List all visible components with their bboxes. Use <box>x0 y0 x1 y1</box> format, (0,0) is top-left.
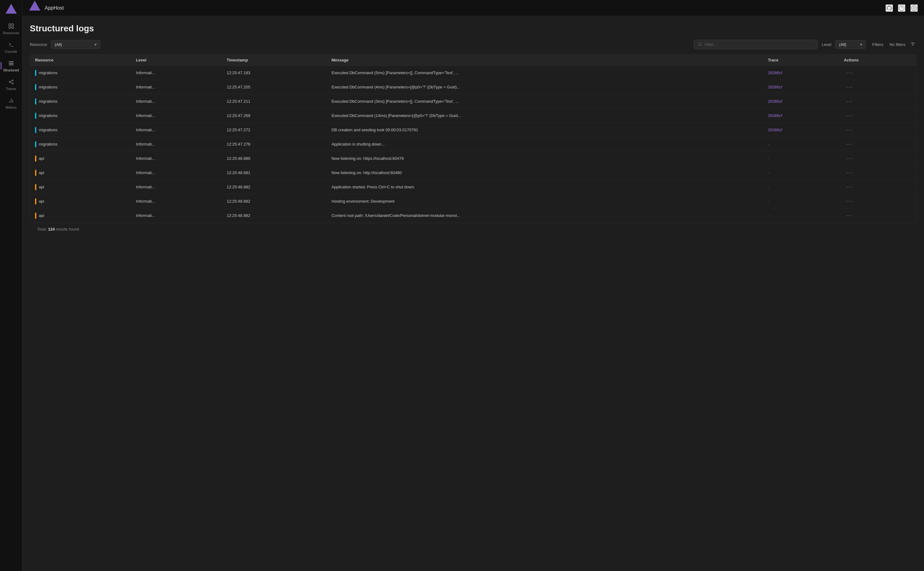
actions-button-1[interactable]: ··· <box>844 83 855 91</box>
sidebar-label-metrics: Metrics <box>6 105 17 109</box>
footer-suffix: results found <box>55 227 79 231</box>
actions-button-4[interactable]: ··· <box>844 126 855 134</box>
cell-resource-1: migrations <box>30 80 131 94</box>
cell-trace-2[interactable]: 28386cf <box>763 94 839 109</box>
cell-trace-7: - <box>763 166 839 180</box>
table-row: migrations Informati... 12:25:47.211 Exe… <box>30 94 916 109</box>
svg-point-19 <box>699 43 701 45</box>
table-row: api Informati... 12:25:48.882 Applicatio… <box>30 180 916 194</box>
sidebar-label-structured: Structured <box>3 68 19 72</box>
sidebar-item-resources[interactable]: Resources <box>2 20 20 37</box>
actions-button-0[interactable]: ··· <box>844 69 855 77</box>
trace-link-3[interactable]: 28386cf <box>768 113 782 118</box>
resource-name-3: migrations <box>39 113 57 118</box>
cell-trace-0[interactable]: 28386cf <box>763 66 839 80</box>
trace-link-2[interactable]: 28386cf <box>768 99 782 103</box>
svg-point-16 <box>899 5 904 11</box>
github-button[interactable] <box>885 5 893 12</box>
filter-icon-button[interactable] <box>909 40 916 49</box>
cell-timestamp-4: 12:25:47.272 <box>222 123 327 137</box>
sidebar-item-metrics[interactable]: Metrics <box>2 94 20 112</box>
resource-indicator-7 <box>35 170 36 176</box>
cell-actions-1[interactable]: ··· <box>839 80 916 94</box>
cell-actions-8[interactable]: ··· <box>839 180 916 194</box>
footer-prefix: Total: <box>37 227 48 231</box>
svg-point-9 <box>12 80 13 81</box>
cell-actions-4[interactable]: ··· <box>839 123 916 137</box>
resource-indicator-9 <box>35 198 36 205</box>
cell-trace-4[interactable]: 28386cf <box>763 123 839 137</box>
cell-actions-7[interactable]: ··· <box>839 166 916 180</box>
resource-name-5: migrations <box>39 142 57 147</box>
resource-select[interactable]: (All) <box>51 40 100 49</box>
cell-level-1: Informati... <box>131 80 222 94</box>
cell-message-7: Now listening on: http://localhost:60480 <box>326 166 763 180</box>
cell-actions-9[interactable]: ··· <box>839 194 916 208</box>
trace-link-0[interactable]: 28386cf <box>768 71 782 75</box>
footer: Total: 124 results found <box>30 223 916 235</box>
cell-resource-0: migrations <box>30 66 131 80</box>
filters-button[interactable]: Filters <box>870 40 885 49</box>
table-row: api Informati... 12:25:48.881 Now listen… <box>30 166 916 180</box>
actions-button-8[interactable]: ··· <box>844 183 855 191</box>
table-row: migrations Informati... 12:25:47.205 Exe… <box>30 80 916 94</box>
actions-button-6[interactable]: ··· <box>844 154 855 162</box>
cell-trace-3[interactable]: 28386cf <box>763 109 839 123</box>
cell-resource-9: api <box>30 194 131 208</box>
cell-level-5: Informati... <box>131 137 222 151</box>
resource-indicator-2 <box>35 98 36 105</box>
column-resource: Resource <box>30 55 131 66</box>
cell-actions-2[interactable]: ··· <box>839 94 916 109</box>
cell-actions-3[interactable]: ··· <box>839 109 916 123</box>
help-button[interactable] <box>898 5 905 12</box>
svg-point-10 <box>12 83 13 84</box>
filter-input[interactable] <box>705 42 814 47</box>
trace-dash-10: - <box>768 213 769 218</box>
page-title: Structured logs <box>30 23 916 34</box>
actions-button-3[interactable]: ··· <box>844 112 855 119</box>
cell-actions-6[interactable]: ··· <box>839 151 916 166</box>
cell-timestamp-10: 12:25:48.882 <box>222 208 327 223</box>
cell-level-6: Informati... <box>131 151 222 166</box>
metrics-icon <box>8 97 15 104</box>
resource-name-0: migrations <box>39 71 57 75</box>
column-trace: Trace <box>763 55 839 66</box>
resources-icon <box>8 22 15 30</box>
cell-actions-10[interactable]: ··· <box>839 208 916 223</box>
actions-button-7[interactable]: ··· <box>844 169 855 177</box>
sidebar-item-traces[interactable]: Traces <box>2 76 20 93</box>
cell-actions-0[interactable]: ··· <box>839 66 916 80</box>
cell-timestamp-1: 12:25:47.205 <box>222 80 327 94</box>
sidebar-item-structured[interactable]: Structured <box>2 57 20 74</box>
cell-resource-2: migrations <box>30 94 131 109</box>
trace-dash-5: - <box>768 142 769 147</box>
trace-link-1[interactable]: 28386cf <box>768 85 782 90</box>
settings-button[interactable] <box>910 5 918 12</box>
actions-button-10[interactable]: ··· <box>844 211 855 219</box>
content-area: Structured logs Resource (All) ▼ Lev <box>22 16 924 571</box>
resource-name-7: api <box>39 170 44 175</box>
actions-button-2[interactable]: ··· <box>844 97 855 105</box>
svg-point-18 <box>913 7 915 9</box>
topbar-logo-icon <box>29 1 40 11</box>
cell-message-9: Hosting environment: Development <box>326 194 763 208</box>
actions-button-9[interactable]: ··· <box>844 198 855 205</box>
app-logo <box>5 3 17 15</box>
resource-indicator-3 <box>35 113 36 119</box>
sidebar-item-console[interactable]: Console <box>2 39 20 56</box>
table-row: migrations Informati... 12:25:47.272 DB … <box>30 123 916 137</box>
structured-icon <box>8 60 15 67</box>
level-select[interactable]: (All) <box>835 40 866 49</box>
filters-row: Resource (All) ▼ Level (All <box>30 40 916 49</box>
cell-trace-1[interactable]: 28386cf <box>763 80 839 94</box>
cell-message-8: Application started. Press Ctrl+C to shu… <box>326 180 763 194</box>
cell-trace-10: - <box>763 208 839 223</box>
cell-timestamp-7: 12:25:48.881 <box>222 166 327 180</box>
logo-triangle-icon <box>6 4 17 14</box>
cell-trace-9: - <box>763 194 839 208</box>
trace-link-4[interactable]: 28386cf <box>768 128 782 132</box>
cell-actions-5[interactable]: ··· <box>839 137 916 151</box>
cell-message-6: Now listening on: https://localhost:6047… <box>326 151 763 166</box>
actions-button-5[interactable]: ··· <box>844 140 855 148</box>
resource-indicator-10 <box>35 213 36 219</box>
